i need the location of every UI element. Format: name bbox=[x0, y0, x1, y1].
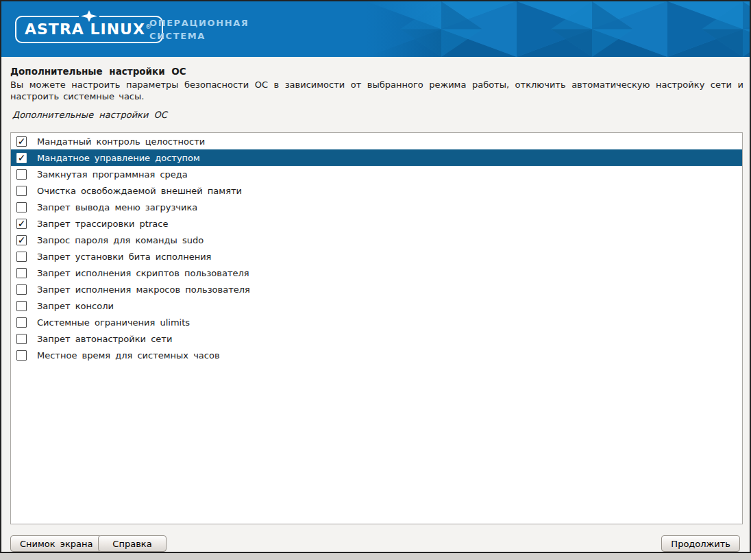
checkbox-checked-icon[interactable]: ✓ bbox=[16, 235, 27, 245]
option-label: Запрет трассировки ptrace bbox=[37, 219, 168, 229]
option-label: Запрет исполнения макросов пользователя bbox=[37, 284, 250, 295]
page-description: Вы можете настроить параметры безопаснос… bbox=[10, 79, 743, 102]
list-item[interactable]: ✓Запрос пароля для команды sudo bbox=[11, 232, 742, 248]
list-item[interactable]: Запрет исполнения скриптов пользователя bbox=[11, 265, 742, 281]
checkbox-unchecked-icon[interactable] bbox=[16, 252, 27, 262]
banner-geometric-pattern bbox=[366, 1, 750, 57]
star-icon bbox=[79, 10, 99, 22]
list-item[interactable]: Запрет установки бита исполнения bbox=[11, 248, 742, 265]
list-item[interactable]: Запрет исполнения макросов пользователя bbox=[11, 281, 742, 297]
installer-window: ASTRA LINUX® ОПЕРАЦИОННАЯ СИСТЕМА Дополн… bbox=[0, 0, 751, 553]
option-label: Очистка освобождаемой внешней памяти bbox=[37, 186, 242, 196]
brand-text: ОПЕРАЦИОННАЯ СИСТЕМА bbox=[149, 16, 249, 42]
option-label: Запрет консоли bbox=[37, 301, 114, 311]
option-label: Запрет исполнения скриптов пользователя bbox=[37, 268, 249, 278]
help-button[interactable]: Справка bbox=[98, 535, 167, 552]
brand-line-2: СИСТЕМА bbox=[149, 29, 249, 42]
list-item[interactable]: Запрет консоли bbox=[11, 297, 742, 314]
checkbox-unchecked-icon[interactable] bbox=[16, 268, 27, 278]
checkbox-unchecked-icon[interactable] bbox=[16, 202, 27, 212]
list-item[interactable]: Системные ограничения ulimits bbox=[11, 314, 742, 330]
checkbox-checked-icon[interactable]: ✓ bbox=[16, 136, 27, 147]
list-item[interactable]: Запрет вывода меню загрузчика bbox=[11, 199, 742, 215]
astra-linux-logo: ASTRA LINUX® bbox=[15, 16, 163, 43]
checkbox-unchecked-icon[interactable] bbox=[16, 317, 27, 328]
list-item[interactable]: ✓Мандатный контроль целостности bbox=[11, 133, 742, 149]
checkbox-unchecked-icon[interactable] bbox=[16, 334, 27, 344]
list-item[interactable]: Очистка освобождаемой внешней памяти bbox=[11, 182, 742, 199]
list-item[interactable]: ✓Мандатное управление доступом bbox=[11, 149, 742, 166]
list-item[interactable]: ✓Запрет трассировки ptrace bbox=[11, 215, 742, 232]
checkbox-unchecked-icon[interactable] bbox=[16, 350, 27, 361]
page-subtitle: Дополнительные настройки ОС bbox=[12, 110, 167, 120]
list-item[interactable]: Замкнутая программная среда bbox=[11, 166, 742, 182]
option-label: Запрет вывода меню загрузчика bbox=[37, 202, 197, 212]
brand-line-1: ОПЕРАЦИОННАЯ bbox=[149, 16, 249, 29]
option-label: Мандатный контроль целостности bbox=[37, 136, 205, 147]
list-item[interactable]: Местное время для системных часов bbox=[11, 347, 742, 363]
list-item[interactable]: Запрет автонастройки сети bbox=[11, 330, 742, 347]
screenshot-button[interactable]: Снимок экрана bbox=[10, 535, 102, 552]
checkbox-unchecked-icon[interactable] bbox=[16, 301, 27, 311]
logo-text: ASTRA LINUX bbox=[25, 21, 145, 38]
checkbox-unchecked-icon[interactable] bbox=[16, 186, 27, 196]
options-list: ✓Мандатный контроль целостности✓Мандатно… bbox=[10, 132, 743, 524]
checkbox-checked-icon[interactable]: ✓ bbox=[16, 219, 27, 229]
option-label: Запрос пароля для команды sudo bbox=[37, 235, 204, 245]
page-title: Дополнительные настройки ОС bbox=[10, 66, 186, 77]
continue-button[interactable]: Продолжить bbox=[661, 535, 740, 552]
checkbox-checked-icon[interactable]: ✓ bbox=[16, 153, 27, 163]
option-label: Мандатное управление доступом bbox=[37, 153, 200, 163]
option-label: Запрет автонастройки сети bbox=[37, 334, 172, 344]
option-label: Системные ограничения ulimits bbox=[37, 317, 190, 328]
option-label: Местное время для системных часов bbox=[37, 350, 220, 361]
option-label: Замкнутая программная среда bbox=[37, 169, 188, 180]
banner: ASTRA LINUX® ОПЕРАЦИОННАЯ СИСТЕМА bbox=[1, 1, 750, 57]
checkbox-unchecked-icon[interactable] bbox=[16, 284, 27, 295]
checkbox-unchecked-icon[interactable] bbox=[16, 169, 27, 180]
option-label: Запрет установки бита исполнения bbox=[37, 252, 211, 262]
